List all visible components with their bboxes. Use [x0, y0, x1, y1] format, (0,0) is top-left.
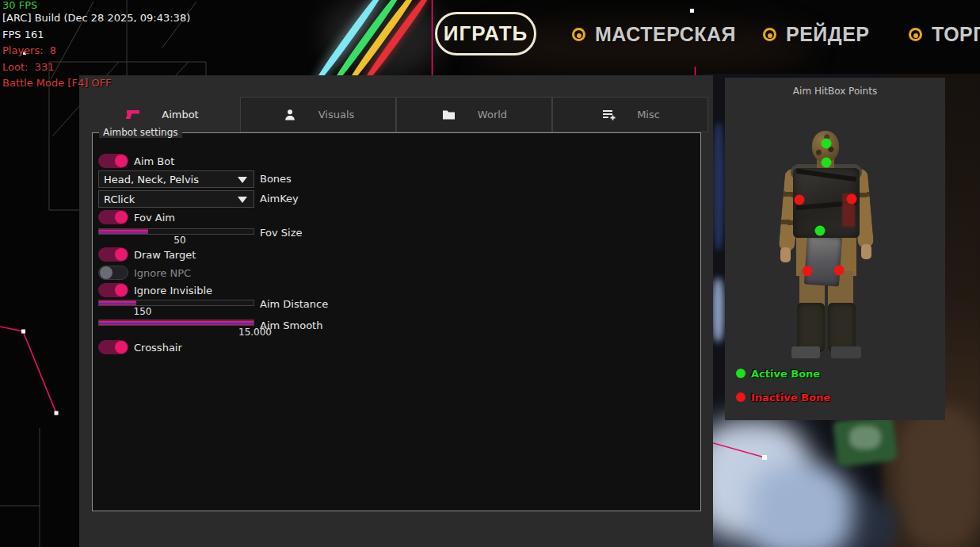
hitbox-point-left-arm[interactable]	[795, 195, 805, 205]
hitbox-point-neck[interactable]	[822, 158, 832, 168]
model-right-boot	[831, 346, 861, 358]
toggle-knob	[115, 248, 128, 261]
setting-row-aim-smooth: Aim Smooth	[93, 319, 700, 337]
toggle-knob	[115, 155, 128, 167]
hitbox-point-right-leg[interactable]	[834, 266, 845, 276]
hud-fps-overlay: 30 FPS	[2, 0, 190, 10]
chevron-down-icon	[238, 177, 247, 183]
slider-fill	[99, 320, 254, 325]
aim-smooth-value: 15.000	[231, 327, 279, 338]
legend-inactive-bone: Inactive Bone	[736, 391, 830, 404]
fov-aim-label: Fov Aim	[134, 212, 175, 224]
fov-size-slider[interactable]	[98, 228, 254, 235]
draw-target-toggle[interactable]	[98, 247, 128, 262]
slider-fill	[99, 300, 136, 305]
sliders-icon	[601, 109, 616, 121]
slider-fill	[99, 229, 148, 234]
crosshair-toggle[interactable]	[98, 340, 128, 354]
setting-row-fov-aim: Fov Aim	[93, 210, 700, 228]
screen: 30 FPS [ARC] Build (Dec 28 2025, 09:43:3…	[0, 0, 980, 547]
model-metal-plate	[804, 235, 842, 287]
aim-distance-label: Aim Distance	[260, 298, 328, 310]
ignore-npc-toggle[interactable]	[98, 266, 128, 280]
coin-icon	[763, 28, 776, 41]
model-right-hand	[861, 244, 871, 259]
aimbot-settings-group: Aimbot settings Aim Bot Head, Neck, Pelv…	[92, 132, 701, 511]
tab-world[interactable]: World	[396, 97, 552, 132]
nav-item-trade[interactable]: ТОРГО	[909, 22, 980, 46]
coin-icon	[909, 28, 922, 41]
nav-item-workshop[interactable]: МАСТЕРСКАЯ	[572, 22, 736, 46]
ignore-invisible-label: Ignore Invisible	[134, 285, 212, 296]
nav-item-label: ТОРГО	[932, 23, 980, 46]
ignore-invisible-toggle[interactable]	[98, 283, 128, 297]
debug-hud: 30 FPS [ARC] Build (Dec 28 2025, 09:43:3…	[2, 0, 190, 92]
fov-size-label: Fov Size	[260, 227, 302, 239]
person-icon	[282, 109, 298, 121]
setting-row-draw-target: Draw Target	[93, 247, 700, 265]
hud-loot: Loot: 331	[2, 59, 190, 76]
inactive-bone-label: Inactive Bone	[751, 392, 830, 404]
setting-row-aim-bot: Aim Bot	[93, 154, 700, 171]
hitbox-panel-title: Aim HitBox Points	[725, 86, 945, 97]
hud-build: [ARC] Build (Dec 28 2025, 09:43:38)	[2, 10, 190, 27]
nav-item-label: РЕЙДЕР	[786, 23, 869, 46]
inactive-bone-dot-icon	[736, 392, 745, 402]
toggle-knob	[115, 284, 128, 296]
hud-players: Players: 8	[2, 43, 190, 59]
aim-bot-label: Aim Bot	[134, 155, 174, 167]
model-left-hand	[780, 247, 791, 262]
background-blob	[897, 407, 980, 547]
folder-icon	[441, 109, 457, 121]
model-left-shin	[797, 303, 825, 352]
fov-size-value: 50	[160, 235, 200, 246]
tab-visuals[interactable]: Visuals	[240, 97, 396, 132]
setting-row-aimkey: RClick AimKey	[93, 190, 700, 208]
tab-label: Misc	[637, 109, 660, 120]
aim-distance-slider[interactable]	[98, 300, 254, 306]
background-blob	[712, 278, 724, 342]
bones-dropdown[interactable]: Head, Neck, Pelvis	[98, 170, 254, 188]
hitbox-point-head[interactable]	[822, 139, 832, 149]
tab-label: World	[478, 109, 507, 120]
group-title: Aimbot settings	[99, 127, 182, 138]
crosshair-label: Crosshair	[134, 342, 182, 354]
active-bone-label: Active Bone	[751, 368, 820, 380]
aimkey-label: AimKey	[260, 193, 299, 205]
toggle-knob	[100, 266, 112, 279]
fov-aim-toggle[interactable]	[98, 210, 128, 224]
setting-row-bones: Head, Neck, Pelvis Bones	[93, 170, 700, 188]
setting-row-aim-distance: Aim Distance	[93, 300, 700, 317]
pistol-icon	[125, 109, 141, 121]
bones-label: Bones	[260, 173, 292, 185]
ignore-npc-label: Ignore NPC	[134, 267, 191, 279]
hitbox-point-pelvis[interactable]	[815, 226, 826, 236]
nav-item-raider[interactable]: РЕЙДЕР	[763, 22, 869, 46]
hud-battle-mode: Battle Mode [F4] OFF	[2, 75, 190, 92]
aim-bot-toggle[interactable]	[98, 154, 128, 168]
sign-graffiti	[849, 426, 881, 449]
play-button[interactable]: ИГРАТЬ	[435, 12, 536, 55]
model-right-shin	[828, 303, 856, 352]
background-blob	[713, 123, 724, 250]
aimkey-dropdown-value: RClick	[104, 193, 135, 205]
toggle-knob	[115, 341, 128, 354]
setting-row-crosshair: Crosshair	[93, 340, 700, 358]
tab-misc[interactable]: Misc	[552, 97, 708, 132]
coin-icon	[572, 28, 585, 41]
hitbox-point-right-arm[interactable]	[847, 194, 857, 205]
background-blob	[749, 464, 852, 547]
aimkey-dropdown[interactable]: RClick	[98, 190, 254, 208]
hitbox-point-left-leg[interactable]	[803, 266, 813, 277]
aim-smooth-slider[interactable]	[98, 319, 254, 326]
aim-distance-value: 150	[123, 306, 162, 317]
toggle-knob	[115, 211, 128, 224]
bones-dropdown-value: Head, Neck, Pelvis	[104, 174, 199, 186]
model-left-boot	[791, 346, 820, 358]
legend-active-bone: Active Bone	[736, 367, 820, 380]
tab-label: Visuals	[318, 109, 355, 120]
hitbox-panel: Aim HitBox Points Active Bone	[725, 78, 945, 420]
cheat-menu-panel: Aimbot Visuals World Mi	[79, 75, 713, 547]
hud-fps: FPS 161	[2, 27, 190, 44]
tab-label: Aimbot	[162, 109, 198, 120]
